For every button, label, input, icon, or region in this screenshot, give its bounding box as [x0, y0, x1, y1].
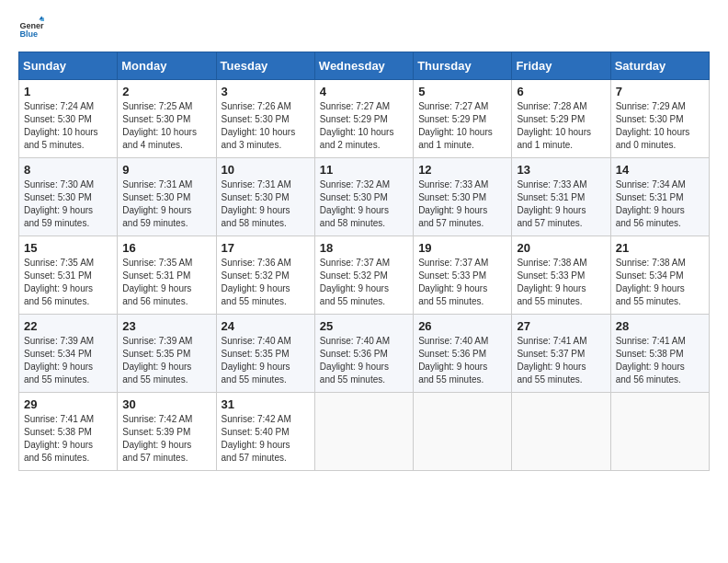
calendar-cell: 27Sunrise: 7:41 AM Sunset: 5:37 PM Dayli…: [512, 315, 610, 393]
day-number: 19: [418, 241, 506, 255]
day-number: 1: [24, 85, 112, 98]
day-info: Sunrise: 7:24 AM Sunset: 5:30 PM Dayligh…: [24, 100, 112, 152]
day-info: Sunrise: 7:33 AM Sunset: 5:30 PM Dayligh…: [418, 178, 506, 230]
day-number: 28: [616, 319, 704, 333]
day-info: Sunrise: 7:31 AM Sunset: 5:30 PM Dayligh…: [222, 178, 310, 230]
day-info: Sunrise: 7:37 AM Sunset: 5:32 PM Dayligh…: [320, 257, 408, 308]
day-info: Sunrise: 7:36 AM Sunset: 5:32 PM Dayligh…: [222, 257, 310, 308]
day-info: Sunrise: 7:34 AM Sunset: 5:31 PM Dayligh…: [616, 178, 704, 230]
day-number: 7: [616, 85, 704, 98]
weekday-header-saturday: Saturday: [610, 52, 709, 80]
day-number: 18: [320, 241, 408, 255]
day-number: 12: [418, 163, 506, 177]
day-info: Sunrise: 7:35 AM Sunset: 5:31 PM Dayligh…: [122, 257, 210, 308]
day-info: Sunrise: 7:41 AM Sunset: 5:38 PM Dayligh…: [24, 413, 112, 465]
calendar-cell: 14Sunrise: 7:34 AM Sunset: 5:31 PM Dayli…: [610, 158, 709, 236]
calendar-cell: 10Sunrise: 7:31 AM Sunset: 5:30 PM Dayli…: [216, 158, 314, 236]
calendar-cell: 5Sunrise: 7:27 AM Sunset: 5:29 PM Daylig…: [414, 80, 512, 158]
calendar-cell: 28Sunrise: 7:41 AM Sunset: 5:38 PM Dayli…: [610, 315, 709, 393]
day-info: Sunrise: 7:32 AM Sunset: 5:30 PM Dayligh…: [320, 178, 408, 230]
calendar-cell: 13Sunrise: 7:33 AM Sunset: 5:31 PM Dayli…: [512, 158, 610, 236]
calendar-cell: 11Sunrise: 7:32 AM Sunset: 5:30 PM Dayli…: [314, 158, 413, 236]
day-info: Sunrise: 7:38 AM Sunset: 5:33 PM Dayligh…: [517, 257, 605, 308]
page-header: General Blue: [18, 15, 710, 40]
weekday-header-thursday: Thursday: [414, 52, 512, 80]
day-number: 10: [222, 163, 310, 177]
calendar-cell: 8Sunrise: 7:30 AM Sunset: 5:30 PM Daylig…: [19, 158, 118, 236]
calendar-cell: [610, 393, 709, 471]
logo: General Blue: [18, 15, 44, 40]
day-number: 6: [517, 85, 605, 98]
day-info: Sunrise: 7:41 AM Sunset: 5:38 PM Dayligh…: [616, 335, 704, 386]
day-number: 15: [24, 241, 112, 255]
day-info: Sunrise: 7:39 AM Sunset: 5:34 PM Dayligh…: [24, 335, 112, 386]
day-info: Sunrise: 7:27 AM Sunset: 5:29 PM Dayligh…: [320, 100, 408, 152]
weekday-header-monday: Monday: [118, 52, 216, 80]
calendar-cell: 2Sunrise: 7:25 AM Sunset: 5:30 PM Daylig…: [118, 80, 216, 158]
day-info: Sunrise: 7:42 AM Sunset: 5:40 PM Dayligh…: [222, 413, 310, 465]
day-number: 13: [517, 163, 605, 177]
calendar-cell: 9Sunrise: 7:31 AM Sunset: 5:30 PM Daylig…: [118, 158, 216, 236]
calendar-cell: 26Sunrise: 7:40 AM Sunset: 5:36 PM Dayli…: [414, 315, 512, 393]
day-info: Sunrise: 7:40 AM Sunset: 5:36 PM Dayligh…: [320, 335, 408, 386]
calendar-cell: 30Sunrise: 7:42 AM Sunset: 5:39 PM Dayli…: [118, 393, 216, 471]
weekday-header-wednesday: Wednesday: [314, 52, 413, 80]
day-info: Sunrise: 7:42 AM Sunset: 5:39 PM Dayligh…: [122, 413, 210, 465]
day-number: 16: [122, 241, 210, 255]
day-number: 5: [418, 85, 506, 98]
day-info: Sunrise: 7:40 AM Sunset: 5:35 PM Dayligh…: [222, 335, 310, 386]
calendar-cell: 19Sunrise: 7:37 AM Sunset: 5:33 PM Dayli…: [414, 236, 512, 315]
calendar-cell: 22Sunrise: 7:39 AM Sunset: 5:34 PM Dayli…: [19, 315, 118, 393]
day-number: 25: [320, 319, 408, 333]
logo-icon: General Blue: [18, 15, 44, 40]
calendar-cell: [512, 393, 610, 471]
day-number: 8: [24, 163, 112, 177]
calendar-table: SundayMondayTuesdayWednesdayThursdayFrid…: [18, 52, 710, 471]
day-number: 27: [517, 319, 605, 333]
day-number: 22: [24, 319, 112, 333]
day-number: 9: [122, 163, 210, 177]
calendar-cell: 3Sunrise: 7:26 AM Sunset: 5:30 PM Daylig…: [216, 80, 314, 158]
calendar-cell: 4Sunrise: 7:27 AM Sunset: 5:29 PM Daylig…: [314, 80, 413, 158]
day-number: 11: [320, 163, 408, 177]
calendar-cell: 6Sunrise: 7:28 AM Sunset: 5:29 PM Daylig…: [512, 80, 610, 158]
calendar-cell: 29Sunrise: 7:41 AM Sunset: 5:38 PM Dayli…: [19, 393, 118, 471]
day-info: Sunrise: 7:41 AM Sunset: 5:37 PM Dayligh…: [517, 335, 605, 386]
day-info: Sunrise: 7:31 AM Sunset: 5:30 PM Dayligh…: [122, 178, 210, 230]
calendar-cell: 21Sunrise: 7:38 AM Sunset: 5:34 PM Dayli…: [610, 236, 709, 315]
day-number: 29: [24, 397, 112, 411]
day-number: 3: [222, 85, 310, 98]
calendar-cell: 24Sunrise: 7:40 AM Sunset: 5:35 PM Dayli…: [216, 315, 314, 393]
day-info: Sunrise: 7:35 AM Sunset: 5:31 PM Dayligh…: [24, 257, 112, 308]
calendar-cell: 17Sunrise: 7:36 AM Sunset: 5:32 PM Dayli…: [216, 236, 314, 315]
day-number: 24: [222, 319, 310, 333]
calendar-cell: 12Sunrise: 7:33 AM Sunset: 5:30 PM Dayli…: [414, 158, 512, 236]
day-number: 26: [418, 319, 506, 333]
day-info: Sunrise: 7:40 AM Sunset: 5:36 PM Dayligh…: [418, 335, 506, 386]
day-info: Sunrise: 7:39 AM Sunset: 5:35 PM Dayligh…: [122, 335, 210, 386]
day-info: Sunrise: 7:28 AM Sunset: 5:29 PM Dayligh…: [517, 100, 605, 152]
day-number: 4: [320, 85, 408, 98]
calendar-cell: 7Sunrise: 7:29 AM Sunset: 5:30 PM Daylig…: [610, 80, 709, 158]
calendar-cell: 1Sunrise: 7:24 AM Sunset: 5:30 PM Daylig…: [19, 80, 118, 158]
calendar-cell: [314, 393, 413, 471]
day-number: 20: [517, 241, 605, 255]
day-number: 30: [122, 397, 210, 411]
day-info: Sunrise: 7:29 AM Sunset: 5:30 PM Dayligh…: [616, 100, 704, 152]
day-info: Sunrise: 7:27 AM Sunset: 5:29 PM Dayligh…: [418, 100, 506, 152]
calendar-cell: 31Sunrise: 7:42 AM Sunset: 5:40 PM Dayli…: [216, 393, 314, 471]
day-number: 31: [222, 397, 310, 411]
calendar-cell: 20Sunrise: 7:38 AM Sunset: 5:33 PM Dayli…: [512, 236, 610, 315]
calendar-cell: 18Sunrise: 7:37 AM Sunset: 5:32 PM Dayli…: [314, 236, 413, 315]
day-number: 17: [222, 241, 310, 255]
day-info: Sunrise: 7:38 AM Sunset: 5:34 PM Dayligh…: [616, 257, 704, 308]
svg-text:Blue: Blue: [19, 29, 38, 39]
day-number: 21: [616, 241, 704, 255]
calendar-cell: 25Sunrise: 7:40 AM Sunset: 5:36 PM Dayli…: [314, 315, 413, 393]
calendar-cell: 16Sunrise: 7:35 AM Sunset: 5:31 PM Dayli…: [118, 236, 216, 315]
day-number: 2: [122, 85, 210, 98]
calendar-cell: 15Sunrise: 7:35 AM Sunset: 5:31 PM Dayli…: [19, 236, 118, 315]
day-number: 23: [122, 319, 210, 333]
calendar-cell: 23Sunrise: 7:39 AM Sunset: 5:35 PM Dayli…: [118, 315, 216, 393]
weekday-header-friday: Friday: [512, 52, 610, 80]
